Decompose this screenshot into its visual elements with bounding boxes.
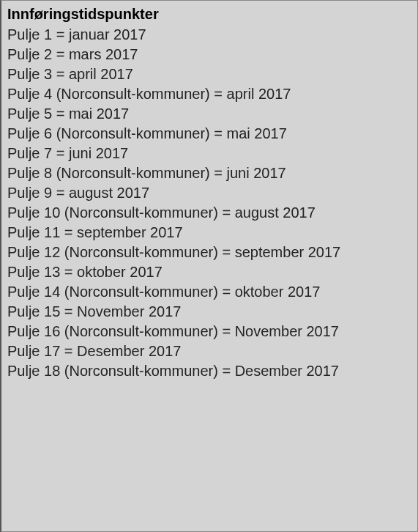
list-item: Pulje 16 (Norconsult-kommuner) = Novembe… [7, 322, 411, 341]
list-item: Pulje 9 = august 2017 [7, 183, 411, 203]
list-item: Pulje 5 = mai 2017 [7, 104, 411, 124]
list-item: Pulje 4 (Norconsult-kommuner) = april 20… [7, 84, 411, 104]
list-item: Pulje 10 (Norconsult-kommuner) = august … [7, 203, 411, 223]
list-item: Pulje 11 = september 2017 [7, 223, 411, 243]
list-item: Pulje 17 = Desember 2017 [7, 341, 411, 361]
list-item: Pulje 18 (Norconsult-kommuner) = Desembe… [7, 361, 411, 381]
list-item: Pulje 3 = april 2017 [7, 64, 411, 84]
list-item: Pulje 8 (Norconsult-kommuner) = juni 201… [7, 163, 411, 183]
list-item: Pulje 13 = oktober 2017 [7, 262, 411, 282]
list-item: Pulje 14 (Norconsult-kommuner) = oktober… [7, 282, 411, 302]
section-heading: Innføringstidspunkter [7, 5, 411, 23]
list-item: Pulje 7 = juni 2017 [7, 144, 411, 163]
list-item: Pulje 6 (Norconsult-kommuner) = mai 2017 [7, 124, 411, 144]
list-item: Pulje 12 (Norconsult-kommuner) = septemb… [7, 243, 411, 262]
list-item: Pulje 15 = November 2017 [7, 302, 411, 322]
list-item: Pulje 1 = januar 2017 [7, 25, 411, 45]
list-item: Pulje 2 = mars 2017 [7, 45, 411, 64]
